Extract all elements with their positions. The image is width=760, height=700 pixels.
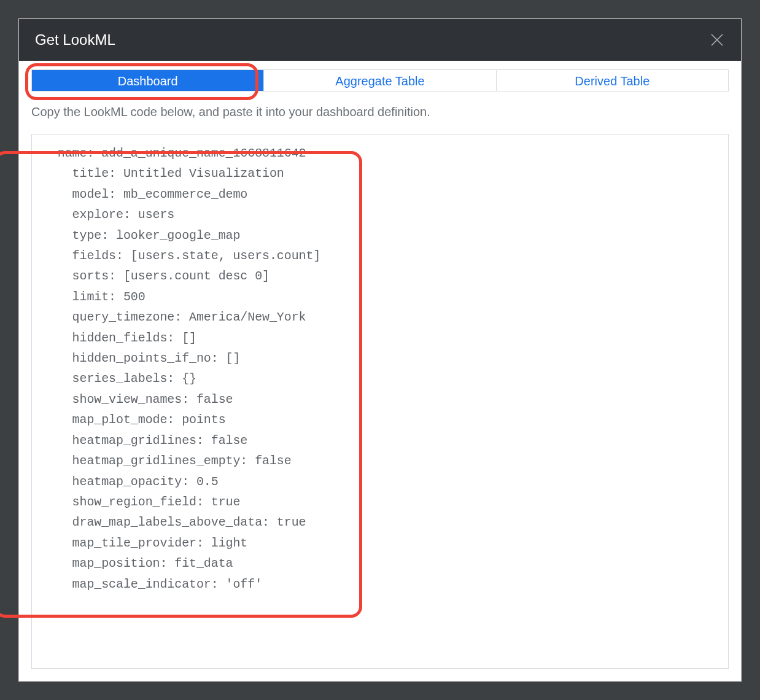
modal-title: Get LookML bbox=[35, 31, 115, 49]
tabs: Dashboard Aggregate Table Derived Table bbox=[31, 69, 729, 91]
tabs-container: Dashboard Aggregate Table Derived Table bbox=[31, 69, 729, 91]
code-scroll-area[interactable]: - name: add_a_unique_name_1668811642 tit… bbox=[31, 134, 729, 669]
close-icon bbox=[710, 33, 724, 47]
tab-derived-table[interactable]: Derived Table bbox=[497, 69, 729, 91]
tab-dashboard[interactable]: Dashboard bbox=[31, 69, 264, 91]
modal-header: Get LookML bbox=[19, 19, 741, 61]
close-button[interactable] bbox=[709, 32, 725, 48]
tab-aggregate-table[interactable]: Aggregate Table bbox=[264, 69, 496, 91]
modal-body: Dashboard Aggregate Table Derived Table … bbox=[19, 61, 741, 681]
instructions-text: Copy the LookML code below, and paste it… bbox=[31, 105, 729, 119]
lookml-code[interactable]: - name: add_a_unique_name_1668811642 tit… bbox=[43, 143, 716, 594]
get-lookml-modal: Get LookML Dashboard Aggregate Table Der… bbox=[18, 18, 742, 682]
